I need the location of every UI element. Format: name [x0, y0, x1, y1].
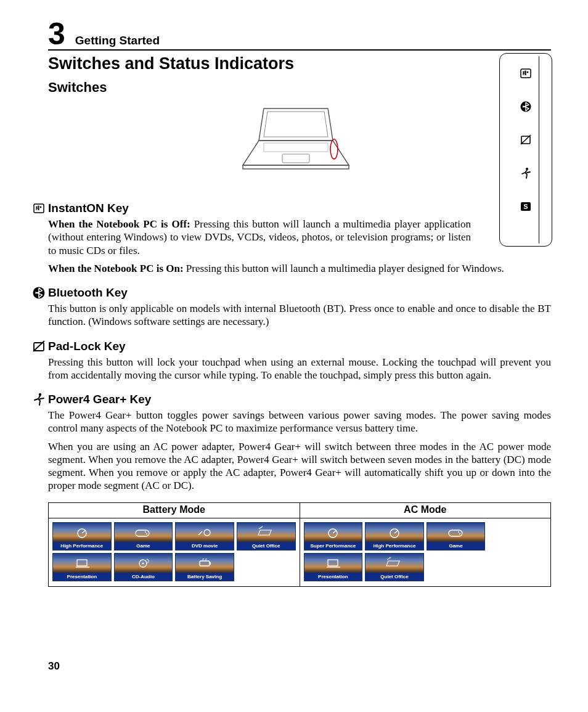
mode-tile-label: Battery Saving — [176, 573, 234, 581]
instanton-section: InstantON Key When the Notebook PC is Of… — [48, 202, 551, 275]
mode-tile: z zBattery Saving — [175, 553, 234, 581]
battery-mode-header: Battery Mode — [49, 503, 300, 518]
mode-tile-label: High Performance — [53, 542, 111, 550]
modes-table: Battery Mode High PerformanceGameDVD mov… — [48, 502, 551, 587]
ac-mode-header: AC Mode — [300, 503, 551, 518]
instanton-on-label: When the Notebook PC is On: — [48, 263, 184, 274]
svg-rect-38 — [328, 560, 338, 566]
svg-marker-9 — [264, 112, 328, 137]
bluetooth-icon — [520, 100, 532, 113]
subsection-title: Switches — [48, 80, 551, 96]
mode-tile: High Performance — [52, 522, 112, 550]
svg-line-35 — [394, 531, 398, 533]
mode-tile-label: Quiet Office — [237, 542, 295, 550]
instanton-on-text: Pressing this button will launch a multi… — [184, 263, 504, 274]
svg-point-25 — [204, 530, 210, 536]
padlock-icon — [32, 340, 46, 353]
mode-tile-label: High Performance — [365, 542, 423, 550]
svg-point-23 — [145, 531, 146, 533]
svg-rect-26 — [77, 560, 87, 566]
svg-marker-10 — [243, 141, 349, 165]
svg-point-36 — [458, 531, 459, 533]
chapter-title: Getting Started — [75, 34, 160, 47]
svg-point-16 — [40, 207, 42, 208]
mode-tile-label: Super Performance — [304, 542, 362, 550]
mode-tile-label: Presentation — [53, 573, 111, 581]
padlock-icon — [520, 134, 532, 146]
bluetooth-title: Bluetooth Key — [48, 286, 128, 300]
svg-point-1 — [527, 72, 529, 73]
mode-tile: Quiet Office — [237, 522, 296, 550]
mode-tile: High Performance — [365, 522, 424, 550]
svg-point-37 — [459, 533, 460, 534]
svg-point-28 — [142, 563, 144, 565]
media-icon — [520, 67, 532, 80]
svg-point-24 — [146, 533, 147, 534]
bluetooth-section: Bluetooth Key This button is only applic… — [48, 286, 551, 329]
laptop-illustration — [240, 106, 351, 174]
mode-tile: Game — [427, 522, 486, 550]
svg-text:z z: z z — [202, 557, 207, 561]
mode-tile-label: Quiet Office — [365, 573, 423, 581]
media-icon — [32, 203, 46, 213]
svg-marker-8 — [259, 108, 333, 141]
padlock-section: Pad-Lock Key Pressing this button will l… — [48, 340, 551, 382]
svg-line-33 — [333, 531, 336, 533]
instanton-title: InstantON Key — [48, 202, 129, 215]
mode-tile: Presentation — [304, 553, 363, 581]
bluetooth-text: This button is only applicable on models… — [48, 302, 551, 329]
chapter-number: 3 — [48, 18, 65, 49]
mode-tile-label: Presentation — [304, 573, 362, 581]
chapter-header: 3 Getting Started — [48, 18, 551, 51]
power4-title: Power4 Gear+ Key — [48, 393, 151, 406]
mode-tile: Game — [114, 522, 173, 550]
mode-tile: Quiet Office — [365, 553, 424, 581]
svg-rect-30 — [210, 562, 211, 565]
mode-tile-label: DVD movie — [176, 542, 234, 550]
padlock-title: Pad-Lock Key — [48, 340, 126, 353]
page-number: 30 — [48, 660, 60, 673]
ac-mode-column: AC Mode Super PerformanceHigh Performanc… — [300, 503, 551, 586]
svg-marker-11 — [243, 165, 349, 169]
mode-tile-label: Game — [115, 542, 173, 550]
mode-tile: Presentation — [52, 553, 112, 581]
bluetooth-icon — [32, 287, 46, 299]
battery-mode-column: Battery Mode High PerformanceGameDVD mov… — [49, 503, 300, 586]
mode-tile: DVD movie — [175, 522, 234, 550]
svg-line-22 — [82, 531, 85, 533]
runner-icon — [32, 393, 46, 406]
runner-icon — [520, 167, 532, 179]
mode-tile: CD-Audio — [114, 553, 173, 581]
instanton-off-label: When the Notebook PC is Off: — [48, 218, 190, 230]
section-title: Switches and Status Indicators — [48, 54, 551, 73]
padlock-text: Pressing this button will lock your touc… — [48, 356, 551, 382]
svg-rect-29 — [200, 561, 210, 566]
mode-tile: Super Performance — [304, 522, 363, 550]
power4-p1: The Power4 Gear+ button toggles power sa… — [48, 409, 551, 435]
power4-p2: When you are using an AC power adapter, … — [48, 440, 551, 493]
svg-rect-12 — [282, 154, 309, 163]
mode-tile-label: Game — [427, 542, 485, 550]
mode-tile-label: CD-Audio — [115, 573, 173, 581]
power4-section: Power4 Gear+ Key The Power4 Gear+ button… — [48, 393, 551, 493]
svg-rect-13 — [264, 143, 328, 152]
